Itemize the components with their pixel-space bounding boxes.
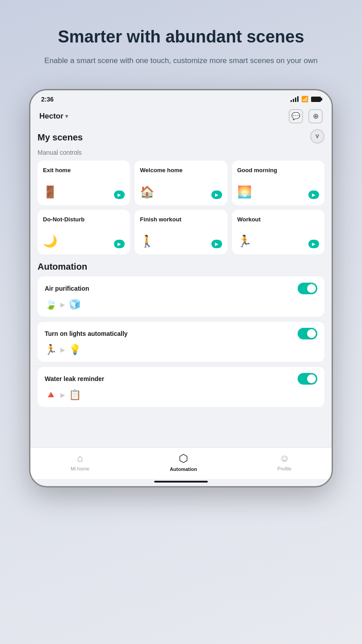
automation-section: Automation Air purification 🍃 ▶ 🧊 Turn o… — [38, 262, 324, 407]
battery-icon — [311, 97, 321, 102]
profile-nav-icon: ☺ — [279, 453, 289, 464]
user-selector[interactable]: Hector ▾ — [39, 112, 68, 121]
scene-good-morning-label: Good morning — [237, 167, 319, 174]
scene-card-workout[interactable]: Workout 🏃 — [232, 210, 324, 254]
automation-nav-label: Automation — [170, 466, 197, 472]
nav-item-mi-home[interactable]: ⌂ Mi home — [62, 453, 98, 471]
toggle-water-leak[interactable] — [298, 373, 317, 385]
toggle-air-purification[interactable] — [298, 283, 317, 294]
automation-title: Automation — [38, 262, 324, 272]
home-indicator — [154, 481, 208, 483]
message-icon-button[interactable]: 💬 — [289, 109, 303, 123]
welcome-home-icon: 🏠 — [140, 185, 154, 199]
page-header: Smarter with abundant scenes Enable a sm… — [44, 27, 317, 67]
filter-button[interactable]: ⛛ — [310, 129, 324, 144]
scene-workout-label: Workout — [237, 216, 319, 224]
good-morning-icon: 🌅 — [237, 185, 252, 199]
exit-home-icon: 🚪 — [43, 185, 57, 199]
wifi-icon: 📶 — [301, 96, 308, 102]
scene-run-button[interactable] — [211, 191, 222, 199]
mi-home-nav-label: Mi home — [71, 466, 89, 471]
scene-run-button[interactable] — [308, 191, 319, 199]
automation-nav-icon: ⬡ — [179, 452, 188, 465]
nav-item-profile[interactable]: ☺ Profile — [269, 453, 300, 471]
scene-run-button[interactable] — [114, 191, 125, 199]
mi-home-nav-icon: ⌂ — [77, 453, 83, 464]
scene-card-good-morning[interactable]: Good morning 🌅 — [232, 161, 324, 205]
scene-finish-workout-label: Finish workout — [140, 216, 222, 224]
chevron-down-icon: ▾ — [65, 113, 68, 119]
phone-frame: 2:36 📶 Hector ▾ 💬 ⊕ My scenes ⛛ — [29, 89, 333, 487]
automation-label-water: Water leak reminder — [45, 375, 104, 382]
scene-card-finish-workout[interactable]: Finish workout 🚶 — [135, 210, 227, 254]
flow-arrow-icon: ▶ — [60, 301, 65, 308]
app-header: Hector ▾ 💬 ⊕ — [30, 106, 332, 129]
page-headline: Smarter with abundant scenes — [44, 27, 317, 47]
workout-icon: 🏃 — [237, 234, 252, 248]
do-not-disturb-icon: 🌙 — [43, 234, 57, 248]
user-name: Hector — [39, 112, 63, 121]
water-action-icon: 📋 — [69, 389, 81, 401]
air-trigger-icon: 🍃 — [45, 299, 57, 310]
automation-item-lights[interactable]: Turn on lights automatically 🏃 ▶ 💡 — [38, 322, 324, 362]
page-subtext: Enable a smart scene with one touch, cus… — [44, 55, 317, 67]
toggle-lights[interactable] — [298, 328, 317, 339]
manual-controls-label: Manual controls — [38, 149, 324, 156]
nav-item-automation[interactable]: ⬡ Automation — [161, 452, 206, 472]
lights-trigger-icon: 🏃 — [45, 344, 57, 356]
scene-card-welcome-home[interactable]: Welcome home 🏠 — [135, 161, 227, 205]
scene-run-button[interactable] — [114, 240, 125, 248]
profile-nav-label: Profile — [278, 466, 291, 471]
scene-card-exit-home[interactable]: Exit home 🚪 — [38, 161, 130, 205]
finish-workout-icon: 🚶 — [140, 234, 154, 248]
automation-item-water-leak[interactable]: Water leak reminder 🔺 ▶ 📋 — [38, 367, 324, 407]
lights-action-icon: 💡 — [69, 344, 81, 356]
flow-arrow-icon: ▶ — [60, 391, 65, 398]
automation-label-lights: Turn on lights automatically — [45, 330, 128, 337]
water-trigger-icon: 🔺 — [45, 389, 57, 401]
scene-run-button[interactable] — [211, 240, 222, 248]
bottom-nav: ⌂ Mi home ⬡ Automation ☺ Profile — [30, 447, 332, 483]
flow-arrow-icon: ▶ — [60, 346, 65, 353]
automation-label-air: Air purification — [45, 285, 89, 292]
main-content: My scenes ⛛ Manual controls Exit home 🚪 … — [30, 129, 332, 447]
scene-grid: Exit home 🚪 Welcome home 🏠 Good morning … — [38, 161, 324, 254]
scene-run-button[interactable] — [308, 240, 319, 248]
scene-welcome-home-label: Welcome home — [140, 167, 222, 174]
scene-do-not-disturb-label: Do-Not-Disturb — [43, 216, 125, 224]
add-scene-button[interactable]: ⊕ — [308, 109, 323, 123]
my-scenes-title: My scenes — [38, 132, 83, 143]
signal-icon — [290, 96, 299, 102]
automation-item-air-purification[interactable]: Air purification 🍃 ▶ 🧊 — [38, 276, 324, 317]
scene-card-do-not-disturb[interactable]: Do-Not-Disturb 🌙 — [38, 210, 130, 254]
status-bar: 2:36 📶 — [30, 90, 332, 106]
clock: 2:36 — [41, 96, 54, 103]
scene-exit-home-label: Exit home — [43, 167, 125, 174]
air-action-icon: 🧊 — [69, 299, 81, 310]
